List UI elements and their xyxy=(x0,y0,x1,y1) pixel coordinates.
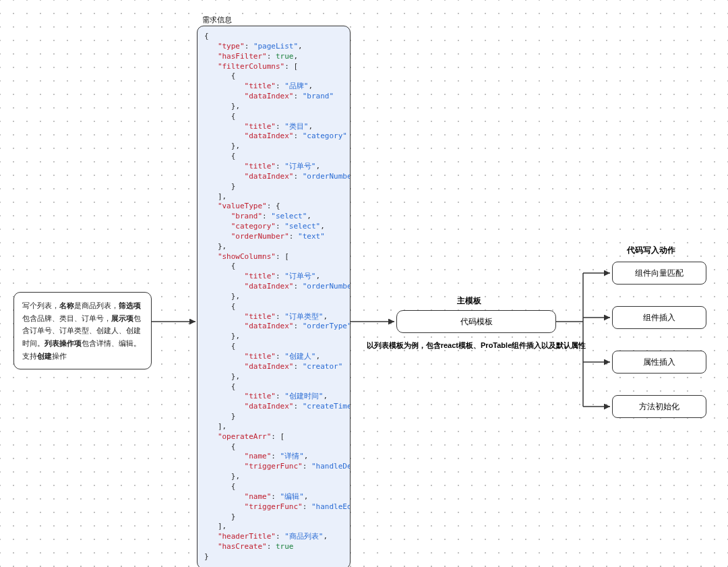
code-template-subtext: 以列表模板为例，包含react模板、ProTable组件插入以及默认属性 xyxy=(361,340,592,351)
action-component-insert: 组件插入 xyxy=(612,306,706,329)
json-code-panel: { "type": "pageList", "hasFilter": true,… xyxy=(197,26,351,567)
json-title: 需求信息 xyxy=(202,15,232,25)
action-method-init: 方法初始化 xyxy=(612,395,706,418)
main-template-title: 主模板 xyxy=(457,295,481,307)
action-label: 属性插入 xyxy=(643,357,675,368)
requirement-box: 写个列表，名称是商品列表，筛选项包含品牌、类目、订单号，展示项包含订单号、订单类… xyxy=(13,292,152,369)
action-label: 组件向量匹配 xyxy=(635,268,684,279)
action-label: 方法初始化 xyxy=(639,401,679,413)
requirement-text: 写个列表，名称是商品列表，筛选项包含品牌、类目、订单号，展示项包含订单号、订单类… xyxy=(22,299,143,362)
code-template-label: 代码模板 xyxy=(460,316,493,328)
action-label: 组件插入 xyxy=(643,312,675,324)
code-template-box: 代码模板 xyxy=(396,310,556,333)
action-vector-match: 组件向量匹配 xyxy=(612,262,706,285)
actions-title: 代码写入动作 xyxy=(627,245,675,256)
action-attr-insert: 属性插入 xyxy=(612,351,706,374)
